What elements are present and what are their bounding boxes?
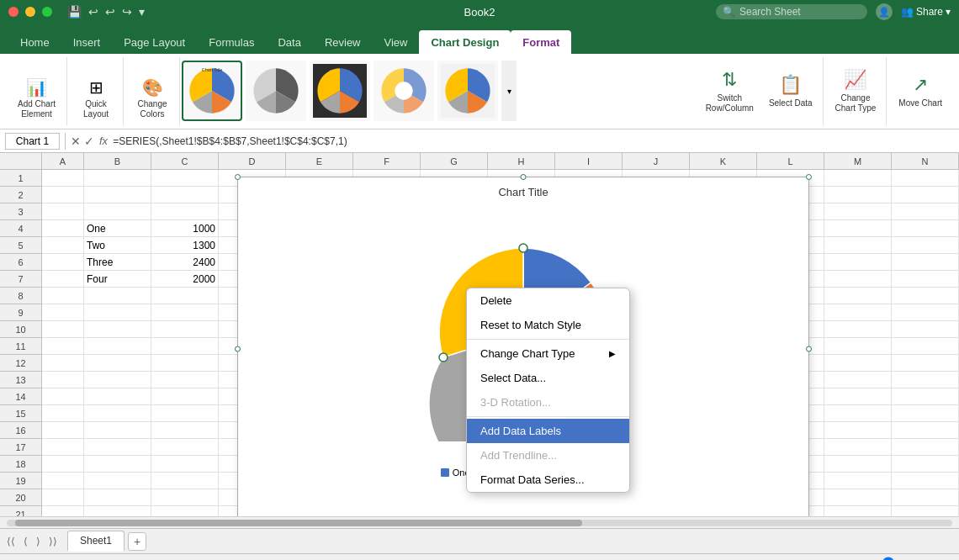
tab-formulas[interactable]: Formulas xyxy=(197,30,266,54)
row-header-12[interactable]: 12 xyxy=(0,355,41,372)
page-break-icon[interactable]: ⊟ xyxy=(839,557,849,561)
page-layout-icon[interactable]: ⊞ xyxy=(825,557,835,561)
row-header-21[interactable]: 21 xyxy=(0,506,41,516)
switch-row-column-button[interactable]: ⇅ SwitchRow/Column xyxy=(699,58,760,125)
row-header-18[interactable]: 18 xyxy=(0,456,41,473)
ctx-delete[interactable]: Delete xyxy=(467,288,629,313)
cell-a3[interactable] xyxy=(42,203,84,220)
select-data-button[interactable]: 📋 Select Data xyxy=(762,58,819,125)
col-header-l[interactable]: L xyxy=(757,153,824,169)
row-header-14[interactable]: 14 xyxy=(0,388,41,405)
cell-m5[interactable] xyxy=(824,237,892,254)
row-header-5[interactable]: 5 xyxy=(0,237,41,254)
move-chart-button[interactable]: ↗ Move Chart xyxy=(892,58,949,125)
cell-a6[interactable] xyxy=(42,254,84,271)
tab-view[interactable]: View xyxy=(373,30,420,54)
undo-icon[interactable]: ↩ xyxy=(88,5,98,18)
col-header-a[interactable]: A xyxy=(42,153,84,169)
ctx-reset[interactable]: Reset to Match Style xyxy=(467,313,629,337)
col-header-b[interactable]: B xyxy=(84,153,151,169)
save-icon[interactable]: 💾 xyxy=(67,5,82,18)
col-header-n[interactable]: N xyxy=(892,153,959,169)
row-header-7[interactable]: 7 xyxy=(0,271,41,288)
confirm-formula-icon[interactable]: ✓ xyxy=(84,135,94,148)
cell-n2[interactable] xyxy=(892,187,959,203)
sheet-nav-last[interactable]: ⟩⟩ xyxy=(45,534,61,549)
row-header-1[interactable]: 1 xyxy=(0,170,41,187)
row-header-19[interactable]: 19 xyxy=(0,473,41,489)
add-sheet-button[interactable]: + xyxy=(128,532,146,551)
fullscreen-button[interactable] xyxy=(42,7,52,17)
cell-n4[interactable] xyxy=(892,220,959,237)
ctx-select-data[interactable]: Select Data... xyxy=(467,366,629,390)
col-header-h[interactable]: H xyxy=(488,153,555,169)
close-button[interactable] xyxy=(8,7,19,17)
sheet-nav-next[interactable]: ⟩ xyxy=(33,534,44,549)
tab-data[interactable]: Data xyxy=(266,30,312,54)
scrollbar-thumb[interactable] xyxy=(15,520,582,526)
sheet-nav-first[interactable]: ⟨⟨ xyxy=(3,534,19,549)
cell-m6[interactable] xyxy=(824,254,892,271)
cell-c5[interactable]: 1300 xyxy=(151,237,219,254)
cell-b3[interactable] xyxy=(84,203,151,220)
chart-style-2[interactable] xyxy=(246,61,306,121)
ctx-add-data-labels[interactable]: Add Data Labels xyxy=(467,419,629,443)
cell-a1[interactable] xyxy=(42,170,84,187)
tab-chart-design[interactable]: Chart Design xyxy=(419,30,511,54)
cell-n3[interactable] xyxy=(892,203,959,220)
cell-c6[interactable]: 2400 xyxy=(151,254,219,271)
cell-a7[interactable] xyxy=(42,271,84,288)
cell-n1[interactable] xyxy=(892,170,959,187)
col-header-d[interactable]: D xyxy=(219,153,286,169)
cell-m7[interactable] xyxy=(824,271,892,288)
normal-view-icon[interactable]: ▤ xyxy=(811,557,822,561)
more-icon[interactable]: ▾ xyxy=(139,5,145,18)
row-header-10[interactable]: 10 xyxy=(0,321,41,338)
cell-c2[interactable] xyxy=(151,187,219,203)
col-header-c[interactable]: C xyxy=(151,153,219,169)
zoom-slider[interactable] xyxy=(864,557,914,561)
row-header-16[interactable]: 16 xyxy=(0,422,41,439)
change-chart-type-button[interactable]: 📈 ChangeChart Type xyxy=(829,58,883,125)
cell-c7[interactable]: 2000 xyxy=(151,271,219,288)
cell-m4[interactable] xyxy=(824,220,892,237)
col-header-m[interactable]: M xyxy=(824,153,892,169)
chart-style-1[interactable]: Chart Title xyxy=(182,61,242,121)
chart-handle-tr[interactable] xyxy=(806,174,812,180)
cell-a2[interactable] xyxy=(42,187,84,203)
cell-c1[interactable] xyxy=(151,170,219,187)
redo-icon[interactable]: ↪ xyxy=(122,5,132,18)
col-header-k[interactable]: K xyxy=(690,153,757,169)
gallery-scroll-button[interactable]: ▾ xyxy=(501,61,517,121)
row-header-20[interactable]: 20 xyxy=(0,489,41,506)
row-header-3[interactable]: 3 xyxy=(0,203,41,220)
row-header-17[interactable]: 17 xyxy=(0,439,41,456)
row-header-15[interactable]: 15 xyxy=(0,405,41,422)
row-header-13[interactable]: 13 xyxy=(0,372,41,388)
tab-page-layout[interactable]: Page Layout xyxy=(112,30,197,54)
col-header-g[interactable]: G xyxy=(421,153,488,169)
undo2-icon[interactable]: ↩ xyxy=(105,5,115,18)
chart-handle-ml[interactable] xyxy=(235,346,241,352)
row-header-11[interactable]: 11 xyxy=(0,338,41,355)
cell-m2[interactable] xyxy=(824,187,892,203)
ctx-change-chart-type[interactable]: Change Chart Type ▶ xyxy=(467,341,629,366)
tab-format[interactable]: Format xyxy=(511,30,571,54)
sheet-tab-1[interactable]: Sheet1 xyxy=(67,531,125,552)
chart-handle-tl[interactable] xyxy=(235,174,241,180)
cancel-formula-icon[interactable]: ✕ xyxy=(71,135,81,148)
cell-reference-input[interactable] xyxy=(5,133,60,150)
row-header-8[interactable]: 8 xyxy=(0,288,41,304)
row-header-4[interactable]: 4 xyxy=(0,220,41,237)
change-colors-button[interactable]: 🎨 ChangeColors xyxy=(132,75,172,122)
col-header-f[interactable]: F xyxy=(353,153,421,169)
quick-layout-button[interactable]: ⊞ QuickLayout xyxy=(76,75,116,122)
cell-m3[interactable] xyxy=(824,203,892,220)
col-header-i[interactable]: I xyxy=(555,153,623,169)
cell-c3[interactable] xyxy=(151,203,219,220)
col-header-e[interactable]: E xyxy=(286,153,353,169)
chart-style-3[interactable] xyxy=(310,61,370,121)
minimize-button[interactable] xyxy=(25,7,35,17)
tab-home[interactable]: Home xyxy=(8,30,61,54)
chart-style-4[interactable] xyxy=(374,61,434,121)
